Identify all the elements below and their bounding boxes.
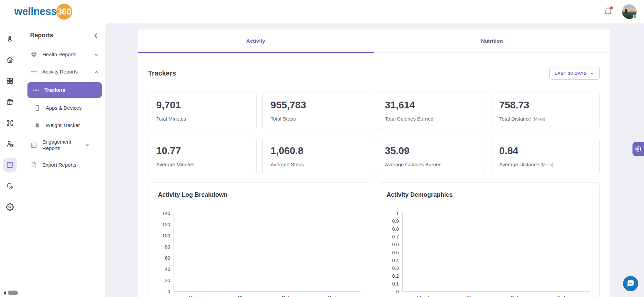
scroll-thumb[interactable]: [8, 291, 18, 295]
notifications-bell-icon[interactable]: [604, 7, 612, 16]
y-axis: 00.10.20.30.40.50.60.70.80.91: [387, 213, 402, 292]
smartphone-icon: [34, 104, 41, 112]
heart-pulse-icon: [30, 51, 38, 58]
y-tick-label: 0.3: [392, 266, 399, 271]
y-tick-label: 0: [167, 289, 170, 294]
x-axis-label: Steps: [449, 292, 496, 297]
y-tick-label: 0.2: [392, 273, 399, 279]
sidebar-item-apps-devices[interactable]: Apps & Devices: [31, 101, 102, 115]
x-axis-label: Calories: [267, 292, 314, 297]
chevron-down-icon: [85, 143, 90, 148]
stat-value: 955,783: [270, 100, 363, 111]
date-range-label: LAST 30 DAYS: [555, 71, 587, 76]
stat-value: 9,701: [156, 100, 248, 111]
charts-row: Activity Log Breakdown 02040608010012014…: [148, 182, 600, 297]
reports-list-icon[interactable]: [3, 158, 17, 172]
y-tick-label: 0.9: [392, 218, 399, 224]
stat-label: Total Calories Burned: [385, 116, 434, 122]
sidebar-item-label: Engagement Reports: [42, 139, 80, 152]
user-avatar[interactable]: [622, 4, 637, 19]
chart-title: Activity Log Breakdown: [158, 191, 361, 198]
y-tick-label: 0.7: [392, 234, 399, 239]
sidebar-item-weight-tracker[interactable]: Weight Tracker: [31, 119, 102, 132]
rocket-icon[interactable]: [3, 32, 17, 46]
sidebar-item-label: Apps & Devices: [46, 105, 99, 111]
stat-card-total-minutes: 9,701 Total Minutes: [148, 91, 257, 130]
sidebar-item-health-reports[interactable]: Health Reports: [27, 48, 102, 61]
x-axis-labels: MinutesStepsCaloriesDistance: [403, 292, 590, 297]
weight-icon: [34, 122, 41, 129]
gear-icon: [635, 146, 641, 152]
stat-label: Average Calories Burned: [385, 162, 442, 167]
sidebar-item-label: Trackers: [44, 87, 99, 93]
chat-launcher-button[interactable]: [623, 276, 638, 291]
settings-side-tab[interactable]: [632, 142, 644, 156]
activity-log-breakdown-chart: Activity Log Breakdown 02040608010012014…: [148, 182, 371, 297]
tab-bar: Activity Nutrition: [138, 29, 610, 53]
wellness360-logo[interactable]: wellness 360: [14, 4, 72, 20]
stat-label: Average Minutes: [156, 162, 194, 167]
x-axis-label: Minutes: [403, 292, 449, 297]
x-axis-label: Distance: [543, 292, 590, 297]
sidebar-title: Reports: [30, 32, 53, 39]
tab-nutrition[interactable]: Nutrition: [374, 29, 610, 52]
stat-cards-grid: 9,701 Total Minutes 955,783 Total Steps …: [148, 91, 600, 176]
section-title: Trackers: [148, 69, 176, 77]
bar-chart-icon: [30, 142, 38, 149]
tracker-dots-icon: [30, 68, 38, 76]
stat-label: Total Distance: [499, 116, 531, 122]
chart-title: Activity Demographics: [387, 191, 590, 198]
stat-card-average-steps: 1,060.8 Average Steps: [262, 137, 371, 176]
y-tick-label: 0.1: [392, 281, 399, 287]
stat-value: 31,614: [385, 100, 477, 111]
sidebar-collapse-icon[interactable]: [93, 33, 99, 39]
sidebar-item-label: Export Reports: [42, 162, 99, 168]
chevron-down-icon: [94, 52, 99, 57]
reports-sidebar: Reports Health Reports Activity Reports: [20, 23, 105, 297]
stat-value: 10.77: [156, 145, 248, 156]
online-status-dot: [633, 15, 637, 19]
settings-gear-icon[interactable]: [3, 200, 17, 214]
tab-activity[interactable]: Activity: [138, 29, 374, 52]
tracker-dots-icon: [32, 86, 40, 94]
x-axis-label: Distance: [314, 292, 361, 297]
x-axis-labels: MinutesStepsCaloriesDistance: [174, 292, 361, 297]
sidebar-item-export-reports[interactable]: Export Reports: [27, 158, 102, 172]
sidebar-item-trackers[interactable]: Trackers: [27, 82, 102, 98]
sidebar-item-label: Activity Reports: [42, 69, 89, 75]
y-tick-label: 100: [162, 233, 170, 238]
chart-plot-area: [402, 213, 590, 292]
y-tick-label: 120: [162, 222, 170, 227]
y-tick-label: 80: [165, 244, 170, 250]
y-tick-label: 40: [165, 267, 170, 272]
logo-badge-360: 360: [56, 4, 72, 20]
logo-wordmark: wellness: [14, 5, 57, 18]
x-axis-label: Calories: [496, 292, 543, 297]
sidebar-item-activity-reports[interactable]: Activity Reports: [27, 65, 102, 79]
scroll-left-arrow-icon[interactable]: [3, 291, 6, 295]
topbar-actions: [604, 4, 637, 19]
stat-card-total-distance: 758.73 Total Distance(Miles): [491, 91, 600, 130]
file-export-icon: [30, 162, 38, 169]
notification-badge-dot: [610, 6, 613, 9]
user-settings-icon[interactable]: [3, 137, 17, 151]
content-panel: Activity Nutrition Trackers LAST 30 DAYS…: [138, 29, 610, 297]
command-icon[interactable]: [3, 116, 17, 130]
stat-value: 758.73: [499, 100, 591, 111]
date-range-dropdown[interactable]: LAST 30 DAYS: [549, 67, 600, 80]
chevron-down-icon: [590, 71, 595, 76]
stat-label: Average Distance: [499, 162, 539, 167]
stat-unit: (Miles): [532, 117, 545, 122]
gift-icon[interactable]: [3, 95, 17, 109]
y-tick-label: 140: [162, 211, 170, 216]
stat-unit: (Miles): [541, 163, 554, 167]
sidebar-item-label: Weight Tracker: [46, 122, 99, 129]
x-axis-label: Minutes: [174, 292, 221, 297]
y-tick-label: 60: [165, 255, 170, 261]
notification-settings-icon[interactable]: [3, 179, 17, 193]
y-tick-label: 0.4: [392, 258, 399, 263]
dashboard-grid-icon[interactable]: [3, 74, 17, 88]
stat-card-average-calories: 35.09 Average Calories Burned: [377, 137, 485, 176]
sidebar-item-engagement-reports[interactable]: Engagement Reports: [27, 136, 102, 155]
home-icon[interactable]: [3, 53, 17, 67]
